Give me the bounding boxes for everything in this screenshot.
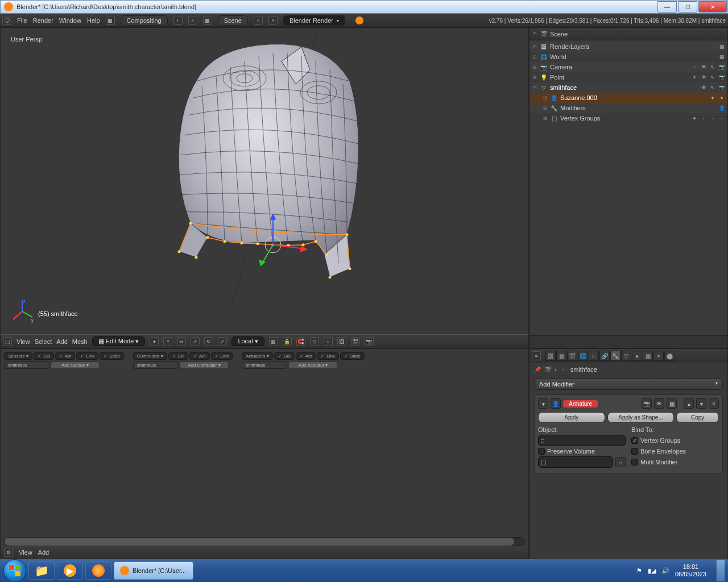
window-close-button[interactable]: ✕ xyxy=(698,1,727,13)
eye-icon[interactable]: 👁 xyxy=(700,64,707,70)
tab-renderlayers[interactable]: ▦ xyxy=(556,351,566,361)
tab-render[interactable]: 🖼 xyxy=(545,351,556,361)
delete-scene-button[interactable]: × xyxy=(268,16,278,25)
add-modifier-button[interactable]: Add Modifier▾ xyxy=(534,379,723,390)
add-actuator-button[interactable]: Add Actuator ▾ xyxy=(288,361,337,369)
manipulator-translate[interactable]: ↗ xyxy=(191,337,200,346)
add-screen-button[interactable]: + xyxy=(173,16,183,25)
tab-world[interactable]: 🌐 xyxy=(578,351,588,361)
taskbar-media-player-icon[interactable]: ▶ xyxy=(57,562,83,580)
logic-view-menu[interactable]: View xyxy=(19,549,32,556)
outliner-row-world[interactable]: ⊞🌐World▦ xyxy=(530,52,727,62)
panel-collapse-icon[interactable]: ▾ xyxy=(538,398,548,409)
screen-browse-icon[interactable]: ▦ xyxy=(106,16,115,25)
outliner-row-renderlayers[interactable]: ⊞🖼RenderLayers▦ xyxy=(530,41,727,52)
screen-layout-selector[interactable]: Compositing xyxy=(121,15,168,26)
actuators-dropdown[interactable]: Actuators ▾ xyxy=(242,352,273,360)
outliner-tree[interactable]: ⊞🖼RenderLayers▦ ⊞🌐World▦ ⊞📷Camera▫👁↖📷 ⊞💡… xyxy=(530,40,727,335)
opengl-render-icon[interactable]: 📷 xyxy=(365,337,374,346)
logic-add-menu[interactable]: Add xyxy=(38,549,49,556)
logic-editor-type-icon[interactable]: ⚙ xyxy=(4,548,13,557)
modifier-name[interactable]: Armature xyxy=(563,400,598,408)
breadcrumb-object[interactable]: smithface xyxy=(570,366,597,373)
editor-type-3dview-icon[interactable]: ⬚ xyxy=(3,337,12,346)
tab-modifiers[interactable]: 🔧 xyxy=(610,351,621,361)
scene-selector[interactable]: Scene xyxy=(218,15,248,26)
invert-vgroup-icon[interactable]: ↔ xyxy=(615,457,626,467)
render-visibility-icon[interactable]: 📷 xyxy=(642,398,652,409)
tray-flag-icon[interactable]: ⚑ xyxy=(636,567,642,575)
select-menu[interactable]: Select xyxy=(35,338,52,345)
orientation-selector[interactable]: Local ▾ xyxy=(231,336,264,346)
outliner-row-modifiers[interactable]: ⊞🔧Modifiers👤 xyxy=(530,103,727,113)
outliner-scene-name[interactable]: Scene xyxy=(550,31,568,38)
snap-target-icon[interactable]: ⊙ xyxy=(310,337,319,346)
outliner-row-camera[interactable]: ⊞📷Camera▫👁↖📷 xyxy=(530,62,727,72)
outliner-row-vertexgroups[interactable]: ⊞⬚Vertex Groups●··· xyxy=(530,113,727,123)
eye-icon[interactable]: 👁 xyxy=(700,74,707,81)
move-down-icon[interactable]: ▾ xyxy=(696,398,706,409)
outliner-row-suzanne[interactable]: ⊞👤Suzanne.000●● xyxy=(530,93,727,103)
menu-window[interactable]: Window xyxy=(59,17,81,24)
render-engine-selector[interactable]: Blender Render ▾ xyxy=(283,15,345,26)
3d-view-region[interactable]: User Persp xyxy=(1,28,528,334)
add-menu[interactable]: Add xyxy=(56,338,68,345)
add-controller-button[interactable]: Add Controller ▾ xyxy=(180,361,229,369)
window-minimize-button[interactable]: — xyxy=(657,1,677,13)
proportional-edit-icon[interactable]: ○ xyxy=(324,337,333,346)
delete-screen-button[interactable]: × xyxy=(188,16,197,25)
tab-object[interactable]: □ xyxy=(589,351,599,361)
eye-icon[interactable]: 👁 xyxy=(700,84,707,91)
apply-button[interactable]: Apply xyxy=(538,412,605,423)
sensors-dropdown[interactable]: Sensors ▾ xyxy=(4,352,32,360)
editor-type-icon[interactable]: ⓘ xyxy=(2,16,11,25)
render-icon[interactable]: 📷 xyxy=(718,64,725,70)
tab-physics[interactable]: ⬤ xyxy=(664,351,675,361)
lock-camera-icon[interactable]: 🔒 xyxy=(283,337,292,346)
manipulator-rotate[interactable]: ↻ xyxy=(204,337,213,346)
tab-material[interactable]: ● xyxy=(632,351,642,361)
add-sensor-button[interactable]: Add Sensor ▾ xyxy=(51,361,100,369)
viewport-visibility-icon[interactable]: 👁 xyxy=(654,398,664,409)
outliner-row-smithface[interactable]: ⊟▽smithface👁↖📷 xyxy=(530,82,727,93)
menu-render[interactable]: Render xyxy=(33,17,53,24)
tab-particles[interactable]: ✦ xyxy=(653,351,664,361)
move-up-icon[interactable]: ▴ xyxy=(684,398,694,409)
copy-button[interactable]: Copy xyxy=(676,412,719,423)
mesh-menu[interactable]: Mesh xyxy=(72,338,88,345)
pivot-selector[interactable]: ⌖ xyxy=(163,337,172,346)
manipulator-toggle[interactable]: ⇔ xyxy=(177,337,186,346)
taskbar-explorer-icon[interactable]: 📁 xyxy=(28,562,55,580)
scene-browse-icon[interactable]: ▦ xyxy=(203,16,212,25)
pin-icon[interactable]: 📌 xyxy=(534,366,541,373)
outliner-row-point[interactable]: ⊞💡Point☀👁↖📷 xyxy=(530,72,727,82)
menu-help[interactable]: Help xyxy=(87,17,100,24)
editmode-visibility-icon[interactable]: ▦ xyxy=(667,398,677,409)
multi-modifier-checkbox[interactable] xyxy=(631,459,638,465)
logic-scrollbar[interactable] xyxy=(4,537,525,546)
tab-constraints[interactable]: 🔗 xyxy=(599,351,610,361)
properties-editor-type-icon[interactable]: ≡ xyxy=(532,351,541,360)
preserve-volume-checkbox[interactable] xyxy=(538,448,545,455)
menu-file[interactable]: File xyxy=(17,17,27,24)
delete-modifier-button[interactable]: × xyxy=(709,398,719,409)
layers-button[interactable]: ▦ xyxy=(269,337,278,346)
tab-texture[interactable]: ▦ xyxy=(643,351,653,361)
controllers-dropdown[interactable]: Controllers ▾ xyxy=(133,352,167,360)
tab-data[interactable]: ▽ xyxy=(621,351,631,361)
cursor-icon[interactable]: ↖ xyxy=(709,84,716,91)
bone-envelopes-checkbox[interactable] xyxy=(631,448,638,455)
tab-scene[interactable]: 🎬 xyxy=(567,351,577,361)
vertex-groups-checkbox[interactable]: ✓ xyxy=(631,437,638,444)
taskbar-clock[interactable]: 18:01 06/05/2023 xyxy=(675,563,706,578)
cursor-icon[interactable]: ↖ xyxy=(709,64,716,70)
apply-shape-button[interactable]: Apply as Shape... xyxy=(607,412,675,423)
taskbar-blender-app[interactable]: Blender* [C:\User... xyxy=(114,562,193,580)
start-button[interactable] xyxy=(3,559,26,582)
render-icon[interactable]: 📷 xyxy=(718,74,725,81)
vertex-group-field[interactable]: ⬚ xyxy=(538,456,613,468)
mode-selector[interactable]: ▦ Edit Mode ▾ xyxy=(92,336,146,346)
tray-volume-icon[interactable]: 🔊 xyxy=(661,567,669,575)
add-scene-button[interactable]: + xyxy=(254,16,263,25)
render-preview-icon[interactable]: 🖼 xyxy=(337,337,346,346)
